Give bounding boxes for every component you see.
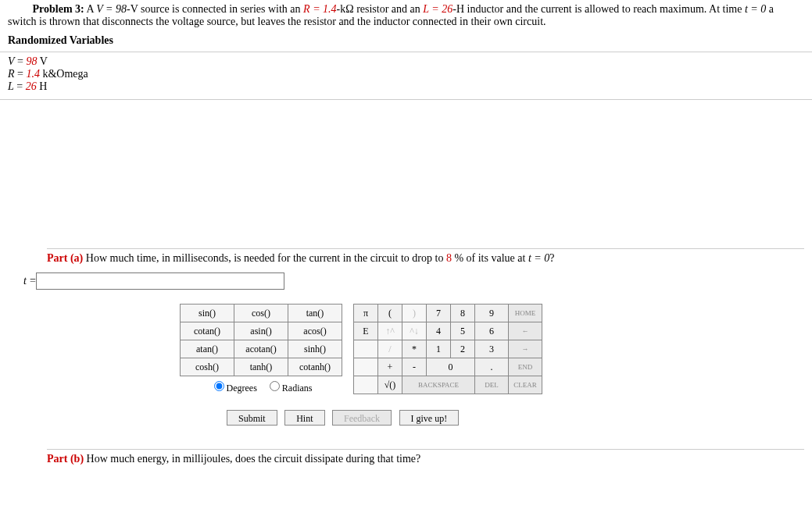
randomized-variables-heading: Randomized Variables	[8, 34, 804, 47]
part-b-header: Part (b) How much energy, in millijoules…	[47, 449, 804, 465]
number-pad: π ( ) 7 8 9 HOME E ↑^ ^↓ 4 5 6 ← / *	[353, 304, 542, 394]
key-minus[interactable]: -	[402, 358, 427, 376]
fn-sin[interactable]: sin()	[181, 305, 234, 322]
key-home[interactable]: HOME	[509, 305, 542, 322]
var-R: R = 1.4 k&Omega	[8, 68, 804, 80]
equals-sign: =	[30, 275, 36, 287]
keypad: sin() cos() tan() cotan() asin() acos() …	[180, 304, 804, 394]
fn-asin[interactable]: asin()	[234, 322, 288, 340]
fn-tanh[interactable]: tanh()	[234, 358, 288, 376]
key-4[interactable]: 4	[427, 322, 451, 340]
key-3[interactable]: 3	[475, 340, 509, 358]
key-E[interactable]: E	[354, 322, 378, 340]
var-L: L = 26 H	[8, 80, 804, 93]
key-end[interactable]: END	[509, 358, 542, 376]
hint-button[interactable]: Hint	[284, 410, 324, 426]
key-1[interactable]: 1	[427, 340, 451, 358]
key-7[interactable]: 7	[427, 305, 451, 322]
fn-atan[interactable]: atan()	[181, 340, 234, 358]
key-dot[interactable]: .	[475, 358, 509, 376]
key-rparen[interactable]: )	[402, 305, 427, 322]
problem-statement: Problem 3: A V = 98-V source is connecte…	[0, 3, 812, 28]
part-b-label: Part (b)	[47, 453, 84, 465]
answer-row: t =	[23, 272, 804, 290]
fn-cos[interactable]: cos()	[234, 305, 288, 322]
key-6[interactable]: 6	[475, 322, 509, 340]
key-9[interactable]: 9	[475, 305, 509, 322]
key-0[interactable]: 0	[427, 358, 475, 376]
fn-sinh[interactable]: sinh()	[288, 340, 342, 358]
part-a-header: Part (a) How much time, in milliseconds,…	[47, 248, 804, 265]
key-clear[interactable]: CLEAR	[509, 376, 542, 394]
action-row: Submit Hint Feedback I give up!	[227, 410, 804, 426]
answer-symbol: t	[23, 275, 27, 287]
degrees-radio[interactable]: Degrees	[210, 383, 257, 394]
fn-cotan[interactable]: cotan()	[181, 322, 234, 340]
key-sqrt[interactable]: √()	[378, 376, 402, 394]
feedback-button: Feedback	[332, 410, 392, 426]
fn-cosh[interactable]: cosh()	[181, 358, 234, 376]
key-div[interactable]: /	[378, 340, 402, 358]
function-table: sin() cos() tan() cotan() asin() acos() …	[180, 304, 342, 376]
fn-acotan[interactable]: acotan()	[234, 340, 288, 358]
submit-button[interactable]: Submit	[227, 410, 277, 426]
angle-mode: Degrees Radians	[180, 376, 342, 394]
key-left[interactable]: ←	[509, 322, 542, 340]
key-mul[interactable]: *	[402, 340, 427, 358]
fn-cotanh[interactable]: cotanh()	[288, 358, 342, 376]
key-5[interactable]: 5	[451, 322, 475, 340]
key-lparen[interactable]: (	[378, 305, 402, 322]
variable-list: V = 98 V R = 1.4 k&Omega L = 26 H	[0, 52, 812, 100]
key-sup[interactable]: ↑^	[378, 322, 402, 340]
var-V: V = 98 V	[8, 55, 804, 68]
key-backspace[interactable]: BACKSPACE	[402, 376, 475, 394]
key-2[interactable]: 2	[451, 340, 475, 358]
key-del[interactable]: DEL	[475, 376, 509, 394]
part-a-label: Part (a)	[47, 252, 83, 264]
key-sub[interactable]: ^↓	[402, 322, 427, 340]
answer-input[interactable]	[36, 272, 284, 290]
key-pi[interactable]: π	[354, 305, 378, 322]
key-plus[interactable]: +	[378, 358, 402, 376]
giveup-button[interactable]: I give up!	[399, 410, 460, 426]
fn-tan[interactable]: tan()	[288, 305, 342, 322]
fn-acos[interactable]: acos()	[288, 322, 342, 340]
key-right[interactable]: →	[509, 340, 542, 358]
key-8[interactable]: 8	[451, 305, 475, 322]
radians-radio[interactable]: Radians	[266, 383, 313, 394]
problem-number: Problem 3:	[33, 3, 84, 15]
